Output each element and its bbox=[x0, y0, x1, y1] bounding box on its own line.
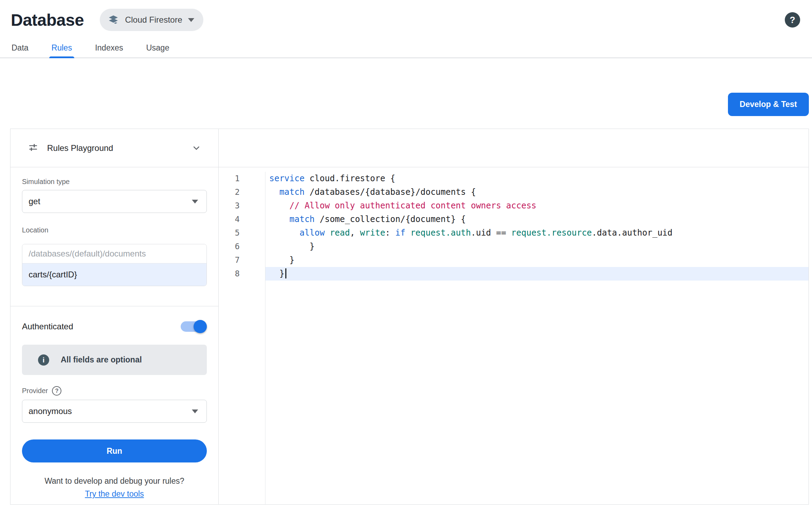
simulation-type-select[interactable]: get bbox=[22, 190, 207, 213]
line-number: 6 bbox=[219, 240, 240, 253]
product-selector-label: Cloud Firestore bbox=[125, 15, 182, 25]
run-button[interactable]: Run bbox=[22, 439, 207, 462]
rules-editor-panel: 12345678 service cloud.firestore { match… bbox=[219, 129, 809, 504]
line-number: 4 bbox=[219, 213, 240, 226]
help-icon: ? bbox=[790, 15, 795, 25]
toggle-knob bbox=[194, 320, 207, 333]
rules-workspace: Rules Playground Simulation type get Loc… bbox=[10, 129, 809, 505]
location-label: Location bbox=[22, 226, 207, 234]
dropdown-caret-icon bbox=[192, 200, 198, 204]
rules-playground-panel: Rules Playground Simulation type get Loc… bbox=[10, 129, 219, 504]
code-line[interactable]: match /some_collection/{document} { bbox=[265, 213, 809, 226]
simulation-type-label: Simulation type bbox=[22, 178, 207, 186]
authenticated-toggle[interactable] bbox=[181, 321, 207, 332]
code-line[interactable]: service cloud.firestore { bbox=[265, 172, 809, 185]
provider-help-icon[interactable]: ? bbox=[52, 386, 61, 396]
provider-select[interactable]: anonymous bbox=[22, 400, 207, 423]
line-number: 3 bbox=[219, 199, 240, 213]
chevron-down-icon[interactable] bbox=[191, 143, 201, 153]
authenticated-label: Authenticated bbox=[22, 322, 73, 331]
code-line[interactable]: } bbox=[265, 253, 809, 267]
line-number: 7 bbox=[219, 253, 240, 267]
line-number: 8 bbox=[219, 267, 240, 281]
playground-header[interactable]: Rules Playground bbox=[10, 129, 218, 167]
tune-icon bbox=[28, 142, 38, 154]
info-icon: i bbox=[38, 354, 49, 366]
info-banner: i All fields are optional bbox=[22, 345, 207, 375]
tab-data[interactable]: Data bbox=[12, 38, 29, 58]
provider-label: Provider bbox=[22, 387, 48, 395]
page-title: Database bbox=[11, 10, 84, 30]
page-header: Database Cloud Firestore ? bbox=[0, 0, 812, 33]
location-input-group: /databases/(default)/documents carts/{ca… bbox=[22, 244, 207, 286]
line-number: 2 bbox=[219, 185, 240, 199]
authenticated-row: Authenticated bbox=[22, 318, 207, 335]
dev-tools-prompt: Want to develop and debug your rules? bbox=[22, 476, 207, 486]
location-base-path: /databases/(default)/documents bbox=[22, 244, 206, 263]
chevron-down-icon bbox=[188, 18, 194, 22]
firestore-rules-page: Database Cloud Firestore ? Data Rules In… bbox=[0, 0, 812, 505]
code-line[interactable]: } bbox=[265, 240, 809, 253]
dev-tools-link[interactable]: Try the dev tools bbox=[22, 489, 207, 499]
playground-form-auth: Authenticated i All fields are optional … bbox=[10, 306, 218, 499]
actions-row: Develop & Test bbox=[0, 93, 812, 116]
code-line[interactable]: allow read, write: if request.auth.uid =… bbox=[265, 226, 809, 240]
tab-rules[interactable]: Rules bbox=[52, 38, 72, 58]
tab-indexes[interactable]: Indexes bbox=[95, 38, 123, 58]
provider-row: Provider ? bbox=[22, 386, 207, 396]
develop-test-button[interactable]: Develop & Test bbox=[728, 93, 809, 116]
editor-gutter: 12345678 bbox=[219, 172, 265, 504]
editor-code[interactable]: service cloud.firestore { match /databas… bbox=[265, 172, 809, 504]
editor-toolbar bbox=[219, 129, 809, 167]
simulation-type-value: get bbox=[29, 197, 40, 206]
firestore-icon bbox=[107, 14, 119, 26]
tab-bar: Data Rules Indexes Usage bbox=[0, 38, 812, 58]
code-line[interactable]: } bbox=[265, 267, 809, 281]
text-cursor bbox=[285, 268, 286, 278]
line-number: 1 bbox=[219, 172, 240, 185]
tab-usage[interactable]: Usage bbox=[146, 38, 169, 58]
help-button[interactable]: ? bbox=[785, 12, 800, 28]
playground-title: Rules Playground bbox=[47, 143, 113, 153]
location-input[interactable]: carts/{cartID} bbox=[22, 263, 206, 286]
product-selector[interactable]: Cloud Firestore bbox=[100, 9, 203, 31]
code-line[interactable]: match /databases/{database}/documents { bbox=[265, 185, 809, 199]
info-banner-text: All fields are optional bbox=[61, 355, 142, 365]
provider-value: anonymous bbox=[29, 406, 72, 416]
dropdown-caret-icon bbox=[192, 409, 198, 413]
code-line[interactable]: // Allow only authenticated content owne… bbox=[265, 199, 809, 213]
rules-editor[interactable]: 12345678 service cloud.firestore { match… bbox=[219, 167, 809, 504]
playground-form-top: Simulation type get Location /databases/… bbox=[10, 167, 218, 286]
line-number: 5 bbox=[219, 226, 240, 240]
